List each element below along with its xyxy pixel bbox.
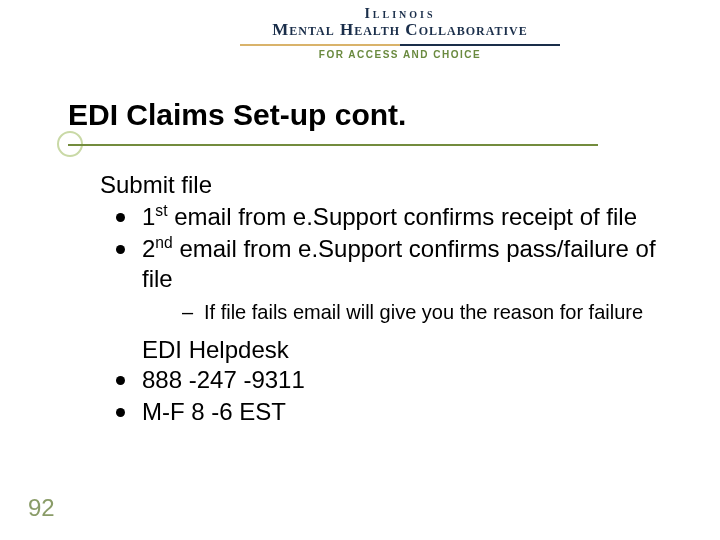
sub-bullet-1: If file fails email will give you the re… — [182, 300, 680, 325]
helpdesk-hours: M-F 8 -6 EST — [116, 397, 680, 427]
content-area: Submit file 1st email from e.Support con… — [100, 170, 680, 429]
section-head: Submit file — [100, 170, 680, 200]
bullet-item-1: 1st email from e.Support confirms receip… — [116, 202, 680, 232]
bullet-item-2: 2nd email from e.Support confirms pass/f… — [116, 234, 680, 325]
bullet-list-helpdesk: 888 -247 -9311 M-F 8 -6 EST — [116, 365, 680, 427]
bullet-1-sup: st — [155, 202, 167, 219]
bullet-2-post: email from e.Support confirms pass/failu… — [142, 235, 656, 292]
logo-tagline: FOR ACCESS AND CHOICE — [240, 49, 560, 60]
bullet-list-level2: If file fails email will give you the re… — [182, 300, 680, 325]
title-underline — [68, 144, 598, 146]
helpdesk-phone: 888 -247 -9311 — [116, 365, 680, 395]
bullet-list-level1: 1st email from e.Support confirms receip… — [116, 202, 680, 325]
helpdesk-title: EDI Helpdesk — [142, 335, 680, 365]
logo-divider — [240, 44, 560, 46]
bullet-1-post: email from e.Support confirms receipt of… — [168, 203, 638, 230]
bullet-1-pre: 1 — [142, 203, 155, 230]
bullet-2-sup: nd — [155, 234, 172, 251]
slide-title: EDI Claims Set-up cont. — [68, 98, 406, 132]
slide-number: 92 — [28, 494, 55, 522]
logo-block: Illinois Mental Health Collaborative FOR… — [240, 6, 560, 76]
logo-line2: Mental Health Collaborative — [240, 20, 560, 40]
bullet-2-pre: 2 — [142, 235, 155, 262]
